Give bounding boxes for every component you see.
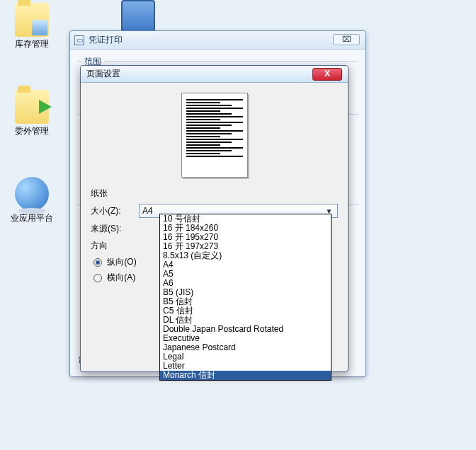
source-label: 来源(S): — [91, 223, 139, 235]
portrait-label: 纵向(O) — [107, 257, 136, 267]
radio-icon — [94, 274, 102, 282]
paper-size-dropdown[interactable]: 10 号信封16 开 184x26016 开 195x27016 开 197x2… — [159, 214, 332, 381]
close-button[interactable]: X — [312, 68, 342, 81]
monitor-icon — [121, 0, 155, 34]
desktop-icon-platform[interactable]: 业应用平台 — [0, 177, 64, 224]
paper-section-label: 纸张 — [91, 188, 338, 200]
size-label: 大小(Z): — [91, 205, 139, 217]
folder-icon — [15, 3, 49, 37]
desktop-icon-label: 业应用平台 — [0, 212, 64, 224]
globe-icon — [15, 177, 49, 211]
paper-size-option[interactable]: Japanese Postcard — [160, 343, 331, 352]
radio-icon — [94, 258, 102, 267]
desktop-icon-top[interactable] — [113, 0, 163, 34]
titlebar[interactable]: ▭ 凭证打印 ⌧ — [70, 31, 366, 50]
paper-size-option[interactable]: A5 — [160, 270, 331, 279]
dialog-title: 页面设置 — [86, 68, 312, 80]
paper-size-option[interactable]: Legal — [160, 352, 331, 362]
paper-size-option[interactable]: 8.5x13 (自定义) — [160, 251, 331, 260]
desktop-icon-outsourcing[interactable]: 委外管理 — [0, 90, 64, 137]
titlebar[interactable]: 页面设置 X — [81, 66, 348, 83]
desktop-icon-label: 委外管理 — [0, 125, 64, 137]
folder-arrow-icon — [15, 90, 49, 124]
portrait-radio[interactable]: 纵向(O) — [94, 256, 137, 268]
paper-size-option[interactable]: Monarch 信封 — [160, 371, 331, 380]
desktop-icon-inventory[interactable]: 库存管理 — [0, 3, 64, 50]
landscape-radio[interactable]: 横向(A) — [94, 272, 135, 284]
page-preview — [181, 93, 248, 178]
window-icon: ▭ — [74, 35, 84, 45]
landscape-label: 横向(A) — [107, 272, 135, 282]
window-title: 凭证打印 — [89, 34, 361, 46]
desktop-icon-label: 库存管理 — [0, 38, 64, 50]
close-button[interactable]: ⌧ — [333, 34, 360, 45]
paper-size-option[interactable]: A4 — [160, 260, 331, 270]
